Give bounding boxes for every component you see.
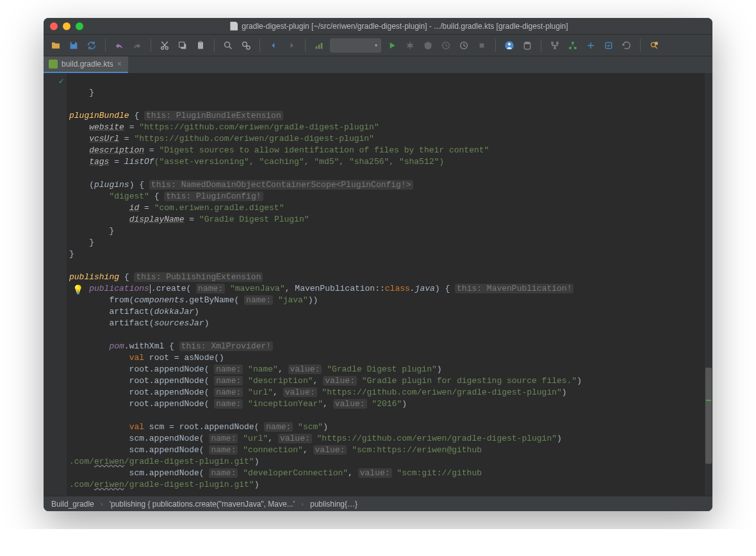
breadcrumb-item[interactable]: publishing{…} (310, 500, 357, 509)
svg-point-12 (408, 43, 413, 47)
svg-rect-5 (199, 41, 202, 43)
breadcrumb-bar: Build_gradle › 'publishing { publication… (44, 496, 712, 511)
search-everywhere-button[interactable] (647, 38, 661, 53)
breadcrumb-separator: › (301, 500, 304, 509)
code-token: pluginBundle (69, 111, 129, 120)
svg-rect-10 (318, 44, 320, 49)
change-marker[interactable] (706, 400, 711, 401)
avatar-button[interactable] (502, 38, 516, 53)
build-button[interactable] (312, 38, 326, 53)
undo-button[interactable] (112, 38, 126, 53)
hierarchy-button[interactable] (566, 38, 580, 53)
cut-button[interactable] (158, 38, 172, 53)
svg-point-20 (557, 42, 559, 44)
svg-point-6 (225, 42, 230, 47)
copy-button[interactable] (176, 38, 190, 53)
commit-button[interactable] (602, 38, 616, 53)
add-button[interactable] (584, 38, 598, 53)
redo-button[interactable] (130, 38, 144, 53)
svg-point-27 (655, 42, 657, 44)
svg-point-17 (508, 43, 511, 45)
revert-button[interactable] (620, 38, 634, 53)
structure-button[interactable] (548, 38, 562, 53)
svg-point-1 (165, 47, 168, 49)
svg-rect-15 (480, 43, 484, 47)
intention-bulb-icon[interactable]: 💡 (72, 284, 83, 296)
title-bar[interactable]: gradle-digest-plugin [~/src/eriwen/gradl… (44, 18, 712, 35)
breadcrumb-separator: › (101, 500, 103, 509)
zoom-window-button[interactable] (76, 22, 83, 30)
paste-button[interactable] (193, 38, 208, 53)
code-line: } (69, 88, 94, 97)
clock-button[interactable] (457, 38, 471, 53)
inline-hint: this: PublishingExtension (134, 272, 263, 282)
svg-point-19 (552, 42, 554, 44)
main-toolbar (44, 35, 712, 56)
inspection-ok-icon[interactable]: ✓ (59, 76, 64, 86)
save-button[interactable] (67, 38, 81, 53)
text-caret (150, 284, 151, 293)
svg-rect-11 (321, 43, 323, 49)
close-tab-button[interactable]: × (117, 60, 122, 69)
coverage-button[interactable] (421, 38, 435, 53)
find-replace-button[interactable] (239, 38, 253, 53)
tab-label: build.gradle.kts (62, 60, 113, 69)
ide-window: gradle-digest-plugin [~/src/eriwen/gradl… (44, 18, 712, 511)
run-config-select[interactable] (330, 38, 381, 53)
scrollbar-thumb[interactable] (705, 368, 712, 464)
profile-button[interactable] (439, 38, 453, 53)
traffic-lights (50, 22, 83, 30)
svg-point-0 (161, 47, 164, 49)
find-button[interactable] (221, 38, 235, 53)
inline-hint: this: PluginConfig! (164, 192, 263, 201)
inline-hint: this: PluginBundleExtension (144, 111, 283, 120)
breadcrumb-item[interactable]: Build_gradle (51, 500, 94, 509)
sync-button[interactable] (85, 38, 99, 53)
tab-build-gradle[interactable]: build.gradle.kts × (44, 56, 128, 73)
close-window-button[interactable] (50, 22, 58, 30)
inline-hint: this: XmlProvider! (179, 341, 273, 351)
svg-point-7 (243, 42, 247, 46)
code-area[interactable]: } pluginBundle { this: PluginBundleExten… (67, 73, 712, 496)
scrollbar-vertical[interactable] (705, 73, 712, 496)
database-button[interactable] (520, 38, 534, 53)
stop-button[interactable] (475, 38, 489, 53)
editor[interactable]: ✓ } pluginBundle { this: PluginBundleExt… (44, 73, 712, 496)
svg-rect-4 (198, 42, 203, 49)
window-title: gradle-digest-plugin [~/src/eriwen/gradl… (92, 22, 706, 31)
open-folder-button[interactable] (49, 38, 63, 53)
file-icon (230, 22, 238, 31)
run-button[interactable] (385, 38, 399, 53)
svg-point-21 (554, 47, 556, 49)
window-title-text: gradle-digest-plugin [~/src/eriwen/gradl… (242, 22, 568, 31)
svg-rect-9 (316, 46, 318, 49)
svg-point-22 (571, 42, 574, 44)
breadcrumb-item[interactable]: 'publishing { publications.create("maven… (110, 500, 295, 509)
editor-tabs: build.gradle.kts × (44, 56, 712, 73)
inline-hint: this: NamedDomainObjectContainerScope<Pl… (149, 180, 413, 190)
inline-hint: this: MavenPublication! (455, 284, 573, 293)
forward-button[interactable] (284, 38, 299, 53)
gutter[interactable]: ✓ (44, 73, 67, 496)
minimize-window-button[interactable] (63, 22, 70, 30)
gradle-file-icon (49, 60, 58, 69)
debug-button[interactable] (403, 38, 417, 53)
svg-point-18 (524, 42, 530, 44)
svg-rect-3 (179, 42, 185, 47)
back-button[interactable] (267, 38, 281, 53)
